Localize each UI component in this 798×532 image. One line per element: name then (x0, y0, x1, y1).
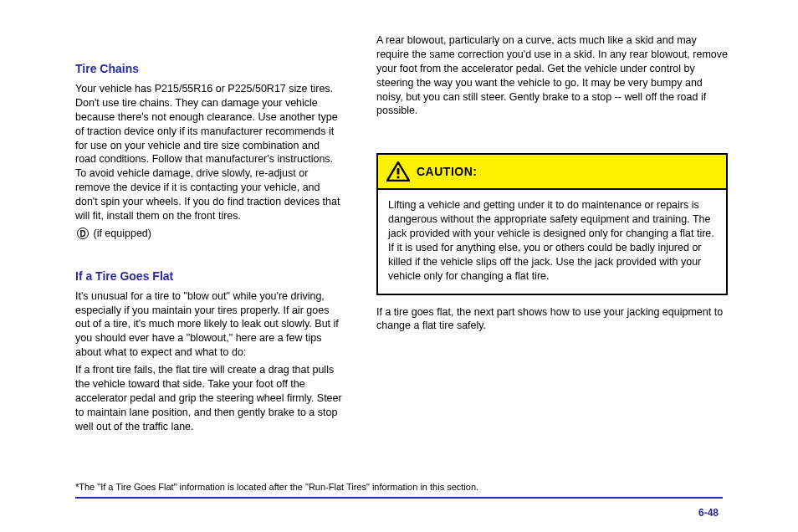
section-heading-tire-chains: Tire Chains (75, 62, 343, 75)
rear-blowout-paragraph: A rear blowout, particularly on a curve,… (376, 33, 728, 118)
left-column: Tire Chains Your vehicle has P215/55R16 … (75, 33, 351, 437)
svg-rect-1 (397, 168, 400, 175)
two-column-layout: Tire Chains Your vehicle has P215/55R16 … (75, 33, 723, 437)
option-if-equipped: D (if equipped) (75, 227, 343, 241)
caution-header: CAUTION: (378, 155, 726, 190)
caution-body: Lifting a vehicle and getting under it t… (378, 190, 726, 293)
right-column: A rear blowout, particularly on a curve,… (376, 33, 728, 437)
flat-paragraph-2: If a front tire fails, the flat tire wil… (75, 363, 343, 433)
option-badge-icon: D (77, 228, 89, 239)
page-number: 6-48 (698, 507, 719, 519)
tire-chains-text: Your vehicle has P215/55R16 or P225/50R1… (75, 82, 343, 223)
option-if-equipped-label: (if equipped) (93, 228, 151, 239)
caution-body-text: Lifting a vehicle and getting under it t… (388, 198, 716, 283)
warning-triangle-icon (386, 161, 410, 182)
footer-divider (75, 497, 723, 499)
flat-tire-text: It's unusual for a tire to "blow out" wh… (75, 289, 343, 434)
flat-followup-text: If a tire goes flat, the next part shows… (376, 305, 728, 334)
flat-followup-paragraph: If a tire goes flat, the next part shows… (376, 305, 728, 334)
manual-page: Tire Chains Your vehicle has P215/55R16 … (0, 0, 798, 532)
tire-chains-paragraph: Your vehicle has P215/55R16 or P225/50R1… (75, 82, 343, 223)
flat-paragraph-1: It's unusual for a tire to "blow out" wh… (75, 289, 343, 360)
caution-label: CAUTION: (417, 165, 477, 178)
section-heading-flat: If a Tire Goes Flat (75, 269, 343, 283)
caution-callout: CAUTION: Lifting a vehicle and getting u… (376, 153, 728, 294)
rear-blowout-text: A rear blowout, particularly on a curve,… (376, 33, 728, 118)
footnote: *The "If a Tire Goes Flat" information i… (75, 482, 478, 492)
svg-rect-2 (397, 176, 400, 179)
